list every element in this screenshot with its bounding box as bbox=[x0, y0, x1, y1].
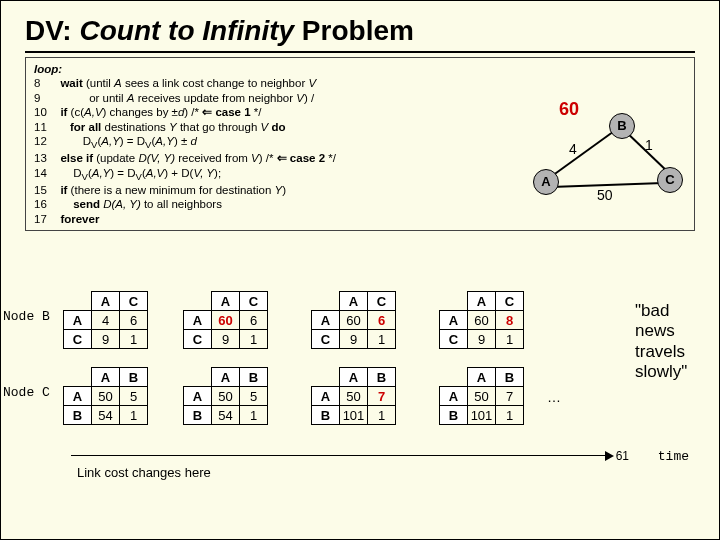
time-axis-line bbox=[71, 455, 611, 456]
graph-node-b: B bbox=[609, 113, 635, 139]
table-c-0: ABA505B541 bbox=[63, 367, 148, 425]
title-pre: DV: bbox=[25, 15, 79, 46]
label-node-b: Node B bbox=[3, 309, 50, 324]
table-b-3: ACA608C91 bbox=[439, 291, 524, 349]
edge-weight-ac: 50 bbox=[597, 187, 613, 203]
slide-title: DV: Count to Infinity Problem bbox=[25, 15, 701, 47]
title-underline bbox=[25, 51, 695, 53]
edge-weight-ab-new: 60 bbox=[559, 99, 579, 120]
table-b-1: ACA606C91 bbox=[183, 291, 268, 349]
table-c-1: ABA505B541 bbox=[183, 367, 268, 425]
quote-text: "bad news travels slowly" bbox=[635, 301, 713, 383]
slide: DV: Count to Infinity Problem loop: 8 wa… bbox=[0, 0, 720, 540]
graph-node-a: A bbox=[533, 169, 559, 195]
table-c-3: ABA507B1011 bbox=[439, 367, 524, 425]
label-node-c: Node C bbox=[3, 385, 50, 400]
title-post: Problem bbox=[294, 15, 414, 46]
page-number: 61 bbox=[616, 449, 629, 463]
edge-weight-ab-old: 4 bbox=[569, 141, 577, 157]
time-axis-arrowhead bbox=[605, 451, 614, 461]
graph-node-c: C bbox=[657, 167, 683, 193]
table-c-2: ABA507B1011 bbox=[311, 367, 396, 425]
network-graph: A B C 4 60 1 50 bbox=[517, 105, 687, 215]
ellipsis: … bbox=[547, 389, 561, 405]
edge-weight-bc: 1 bbox=[645, 137, 653, 153]
table-b-2: ACA606C91 bbox=[311, 291, 396, 349]
table-b-0: ACA46C91 bbox=[63, 291, 148, 349]
time-label: time bbox=[658, 449, 689, 464]
title-emph: Count to Infinity bbox=[79, 15, 294, 46]
link-cost-change-label: Link cost changes here bbox=[77, 465, 211, 480]
code-loop: loop: bbox=[34, 63, 62, 75]
